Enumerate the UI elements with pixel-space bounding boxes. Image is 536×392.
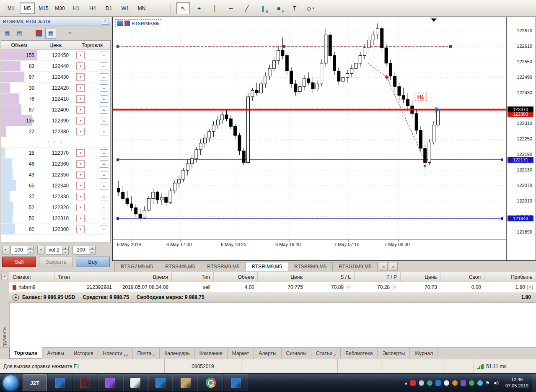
buy-at-price-button[interactable]: ▴ [100, 95, 108, 103]
taskbar-app-notepad[interactable] [123, 374, 148, 391]
toolbox-tab-2[interactable]: История [69, 348, 98, 359]
sell-at-price-button[interactable]: ▾ [76, 73, 85, 81]
horizontal-line-tool[interactable]: ─ [224, 2, 238, 14]
dom-col-price[interactable]: Цена [37, 41, 74, 50]
volume-value[interactable]: vol 2 [46, 246, 62, 254]
stop-points-stepper[interactable]: 100 ▴ ▾ [10, 246, 34, 254]
column-header[interactable]: Объем [214, 272, 258, 282]
taskbar-app-computer[interactable] [148, 374, 173, 391]
taskbar-clock[interactable]: 12:49 07.05.2019 [505, 376, 528, 389]
tray-volume-icon[interactable]: ◄) [492, 380, 499, 386]
chart-icon[interactable] [117, 21, 123, 26]
taskbar-app-chrome[interactable] [199, 374, 223, 391]
toolbox-tab-4[interactable]: Почта7 [133, 348, 160, 359]
column-header[interactable]: Прибыль [484, 272, 536, 282]
toolbox-tab-9[interactable]: Сигналы [282, 348, 312, 359]
take-points-value[interactable]: 200 [73, 246, 89, 254]
sell-at-price-button[interactable]: ▾ [76, 193, 85, 200]
toolbox-tab-3[interactable]: Новости99 [98, 348, 132, 359]
sell-at-price-button[interactable]: ▾ [76, 160, 85, 168]
indicator-icon[interactable] [124, 21, 130, 26]
sell-at-price-button[interactable]: ▾ [76, 84, 85, 92]
buy-at-price-button[interactable]: ▴ [100, 193, 108, 200]
taskbar-app-tools[interactable] [173, 374, 198, 391]
timeframe-button-m15[interactable]: M15 [36, 3, 51, 14]
buy-at-price-button[interactable]: ▴ [100, 106, 108, 114]
tab-scroll-left-icon[interactable]: ◂ [379, 262, 388, 271]
buy-at-price-button[interactable]: ▴ [100, 204, 108, 211]
take-increase-icon[interactable]: ▴ [89, 246, 96, 250]
tray-icon-purple[interactable] [461, 380, 466, 386]
toolbox-tab-13[interactable]: Журнал [410, 348, 438, 359]
take-points-stepper[interactable]: 200 ▴ ▾ [73, 246, 96, 254]
buy-at-price-button[interactable]: ▴ [100, 62, 108, 70]
column-header[interactable]: Тикет [54, 272, 115, 282]
column-header[interactable]: S / L [306, 272, 355, 282]
volume-increase-icon[interactable]: ▴ [62, 246, 69, 250]
toolbox-tab-10[interactable]: Статьи2 [311, 348, 341, 359]
tray-icon-orange[interactable] [452, 380, 458, 386]
fibonacci-tool[interactable]: ≡F [272, 2, 285, 14]
buy-at-price-button[interactable]: ▴ [100, 215, 108, 222]
timeframe-button-mn[interactable]: MN [134, 3, 149, 14]
timeframe-button-m1[interactable]: M1 [3, 3, 18, 14]
timeframe-button-m30[interactable]: M30 [52, 3, 67, 14]
dropdown-arrow-icon[interactable]: ▾ [313, 6, 314, 10]
toolbox-tab-6[interactable]: Компания [195, 348, 228, 359]
toolbox-tab-7[interactable]: Маркет [228, 348, 254, 359]
shapes-tool[interactable]: ◇▾ [304, 2, 317, 14]
dom-col-trade[interactable]: Торговля [74, 41, 110, 50]
sell-at-price-button[interactable]: ▾ [76, 106, 85, 114]
buy-at-price-button[interactable]: ▴ [100, 84, 108, 92]
tray-icon-green[interactable] [469, 380, 474, 386]
chart-tab-rtsrim9-m5[interactable]: RTSRIM9,M5 [246, 262, 288, 271]
sell-at-price-button[interactable]: ▾ [76, 128, 85, 135]
one-click-trading-icon[interactable] [33, 28, 44, 39]
equidistant-channel-tool[interactable]: ∥E [256, 2, 269, 14]
column-header[interactable]: Тип [172, 272, 214, 282]
depth-grid-icon[interactable]: ▦ [45, 28, 56, 39]
tray-icon-teal[interactable] [427, 380, 432, 386]
close-tp-icon[interactable]: × [392, 285, 397, 290]
buy-at-price-button[interactable]: ▴ [100, 117, 108, 125]
sell-at-price-button[interactable]: ▾ [76, 226, 85, 233]
taskbar-app-capture[interactable] [73, 374, 97, 391]
quotes-table-icon[interactable]: ▤ [14, 28, 25, 39]
volume-decrease-icon[interactable]: ▾ [62, 250, 69, 254]
sell-at-price-button[interactable]: ▾ [76, 204, 85, 211]
tray-icon-blue[interactable] [435, 380, 441, 386]
stop-increase-icon[interactable]: ▴ [27, 246, 34, 250]
taskbar-app-connect[interactable] [224, 374, 248, 391]
candlestick-plot[interactable]: H1 [113, 17, 507, 260]
chart-tab-rtssrm9-m5[interactable]: RTSSRM9,M5 [201, 262, 246, 271]
expand-icon[interactable]: + [13, 294, 19, 301]
timeframe-button-w1[interactable]: W1 [118, 3, 133, 14]
status-date-field[interactable]: 06052019 [165, 359, 241, 373]
stop-points-value[interactable]: 100 [10, 246, 27, 254]
buy-at-price-button[interactable]: ▴ [100, 73, 108, 81]
toolbox-tab-5[interactable]: Календарь [160, 348, 195, 359]
column-header[interactable]: Цена [401, 272, 440, 282]
dom-col-volume[interactable]: Объем [1, 41, 37, 50]
buy-at-price-button[interactable]: ▴ [100, 128, 108, 135]
close-icon[interactable]: × [102, 18, 109, 25]
tray-icon-gray[interactable] [419, 380, 424, 386]
chart-tab-rtsgzm9-m5[interactable]: RTSGZM9,M5 [114, 262, 159, 271]
price-axis[interactable]: 1226701226101225501224901224301223701223… [506, 17, 536, 260]
sell-at-price-button[interactable]: ▾ [76, 215, 85, 222]
close-profit-icon[interactable]: × [527, 285, 533, 290]
crosshair-tool[interactable]: + [192, 2, 206, 14]
chart-tab-rtssim9-m5[interactable]: RTSSiM9,M5 [159, 262, 201, 271]
toolbox-tab-8[interactable]: Алерты [254, 348, 281, 359]
tick-chart-icon[interactable]: ▦ [2, 28, 13, 39]
timeframe-button-d1[interactable]: D1 [101, 3, 117, 14]
column-header[interactable]: Время [115, 272, 172, 282]
show-desktop-button[interactable] [532, 374, 536, 392]
tray-icon-red[interactable] [410, 380, 416, 386]
cursor-tool[interactable]: ↖ [176, 2, 190, 14]
close-position-button[interactable]: Закрыть [39, 257, 73, 267]
depth-chart-icon[interactable]: ≈ [65, 28, 75, 39]
sell-at-price-button[interactable]: ▾ [76, 117, 85, 125]
take-decrease-icon[interactable]: ▾ [89, 250, 96, 254]
sell-button[interactable]: Sell [2, 257, 36, 267]
